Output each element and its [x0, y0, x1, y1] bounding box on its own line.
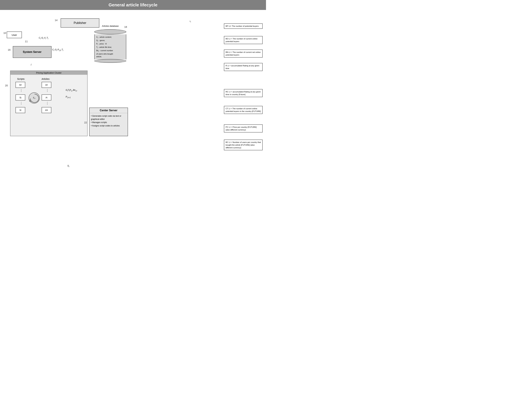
page-title: General article lifecycle: [0, 0, 266, 10]
label-22: 22: [84, 121, 87, 124]
eit-symbol: Ei,t: [29, 92, 40, 104]
articles-dots-2: ⋮: [46, 102, 49, 105]
ci-arrow-label: Ci Gi Pi,0 Ti: [52, 48, 63, 51]
label-16: 16: [8, 48, 11, 51]
legend-bo-text: BO i,t = The number of current online po…: [226, 38, 257, 42]
a0-box: A0: [42, 82, 51, 88]
db-item-2: Gi - genre;: [96, 39, 124, 42]
cylinder-body: Ci - article content; Gi - genre; Pi - p…: [94, 34, 126, 59]
label-18: 18: [124, 25, 127, 28]
db-item-7: article;: [96, 55, 124, 58]
db-item-1: Ci - article content;: [96, 36, 124, 39]
sj-box: Sj: [15, 94, 25, 101]
legend-r: R i,t = accumulated Rating at any given …: [224, 63, 263, 71]
center-server: Center Server • Generates script code vi…: [89, 107, 128, 136]
user-label: User: [12, 33, 17, 36]
legend-rc-text: RC i,t = accumulated Rating at any given…: [226, 91, 261, 95]
cs-item-1: • Generates script code via text or grap…: [91, 114, 126, 121]
cylinder-top: [94, 29, 126, 34]
cs-item-2: • Manages scripts: [91, 121, 126, 124]
cs-item-3: • Assigns script codes to articles: [91, 124, 126, 127]
legend-ct-text: CT i,t = The number of current online po…: [226, 107, 261, 112]
legend-r-text: R i,t = accumulated Rating at any given …: [226, 65, 259, 69]
legend-rc: RC i,t = accumulated Rating at any given…: [224, 89, 263, 97]
pi-t1-label: Pi,t+1: [66, 95, 70, 99]
scripts-dots-1: ⋮: [20, 89, 23, 92]
label-10: 10: [3, 31, 6, 34]
center-server-content: • Generates script code via text or grap…: [89, 113, 128, 129]
legend-bp-text: BP i,t= The number of potential buyers: [226, 25, 259, 27]
legend-bo: BO i,t = The number of current online po…: [224, 36, 263, 44]
scripts-label: Scripts:: [17, 78, 25, 80]
legend-ct: CT i,t = The number of current online po…: [224, 106, 263, 114]
articles-db-label: Articles database: [102, 25, 119, 27]
db-item-5: Bci - current number: [96, 49, 124, 52]
articles-dots-1: ⋮: [46, 89, 49, 92]
gi-arrow-label: GiTiPi,t Bci,t: [66, 89, 77, 92]
page-container: General article lifecycle: [0, 0, 266, 10]
cylinder-bottom: [94, 59, 126, 63]
center-server-title: Center Server: [89, 108, 128, 113]
legend-bc: BC i,t = Number of users per country tha…: [224, 139, 263, 150]
i-arrow-label: i: [31, 63, 31, 66]
legend-bn-text: BN i,t = The number of current net onlin…: [226, 51, 261, 56]
edit-icon: ✎: [189, 20, 191, 23]
legend-pc: PC i,t = Price per country [FUTURE] (als…: [224, 124, 263, 132]
db-label-top: Articles database: [94, 25, 126, 27]
ai-box: Ai: [42, 94, 51, 101]
scripts-dots-2: ⋮: [20, 102, 23, 105]
articles-database: Ci - article content; Gi - genre; Pi - p…: [94, 29, 126, 63]
circular-arrow-svg: [29, 93, 40, 104]
db-item-6: of users who bought: [96, 52, 124, 55]
legend-pc-text: PC i,t = Price per country [FUTURE] (als…: [226, 126, 257, 131]
legend-bn: BN i,t = The number of current net onlin…: [224, 50, 263, 57]
label-11: 11: [25, 40, 28, 43]
si-bottom-label: Si: [67, 164, 69, 168]
publisher-label: Publisher: [74, 21, 86, 25]
db-item-4: Ti - article life time;: [96, 46, 124, 49]
cg-arrow-label: Ci Gi Vi Ti: [39, 37, 48, 40]
an-box: AN: [42, 107, 51, 113]
pricing-cluster: Pricing Application Cluster Scripts: Art…: [10, 70, 88, 136]
s0-box: S0: [15, 82, 25, 88]
label-20: 20: [5, 84, 8, 87]
user-box: User: [7, 31, 22, 38]
sl-box: Sl: [15, 107, 25, 113]
system-server-box: System Server: [13, 46, 51, 58]
system-server-label: System Server: [23, 50, 41, 54]
legend-bc-text: BC i,t = Number of users per country tha…: [226, 141, 261, 149]
legend-bp: BP i,t= The number of potential buyers: [224, 23, 263, 29]
articles-label: Articles:: [42, 78, 50, 80]
db-item-3: Pi - price; Vi: [96, 42, 124, 46]
cluster-header: Pricing Application Cluster: [10, 71, 87, 75]
label-14: 14: [55, 19, 57, 22]
publisher-box: Publisher: [61, 18, 99, 28]
